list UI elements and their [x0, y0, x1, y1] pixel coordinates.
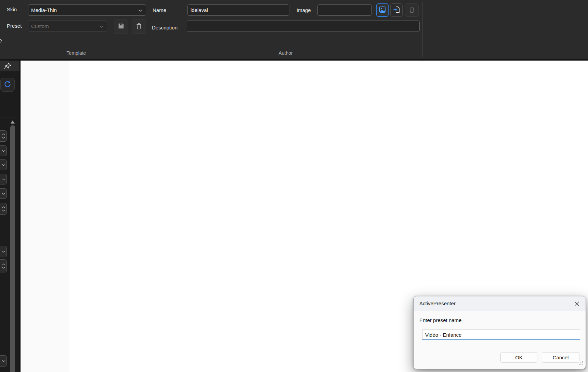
chevron-down-icon [2, 267, 5, 269]
refresh-button[interactable] [0, 78, 15, 92]
ok-button[interactable]: OK [500, 352, 537, 363]
scrollbar-up-arrow[interactable] [11, 120, 15, 124]
group-separator [422, 2, 423, 57]
spinner-updown-button[interactable] [0, 203, 7, 215]
description-label: Description [152, 25, 178, 30]
skin-label: Skin [7, 7, 17, 12]
spinner-updown-button[interactable] [0, 130, 7, 142]
preset-label: Preset [7, 23, 22, 29]
chevron-down-icon [99, 23, 103, 29]
close-x-icon [574, 301, 579, 306]
chevron-down-icon [2, 209, 5, 211]
chevron-down-icon [2, 178, 5, 180]
dropdown-chevron-button[interactable] [0, 188, 7, 199]
dialog-prompt: Enter preset name [419, 317, 461, 323]
dropdown-chevron-button[interactable] [0, 355, 7, 367]
skin-dropdown[interactable]: Media-Thin [28, 4, 146, 16]
group-separator [4, 2, 4, 57]
dropdown-chevron-button[interactable] [0, 174, 7, 184]
resize-grip-icon[interactable] [579, 360, 583, 367]
preset-dropdown-value: Custom [31, 23, 99, 29]
name-input[interactable] [187, 4, 289, 16]
cancel-button[interactable]: Cancel [542, 352, 579, 363]
dropdown-chevron-button[interactable] [0, 159, 7, 170]
spinner-updown-button[interactable] [0, 259, 7, 272]
preset-dropdown[interactable]: Custom [28, 21, 107, 32]
chevron-down-icon [2, 150, 5, 152]
dropdown-chevron-button[interactable] [0, 145, 7, 156]
template-group-caption: Template [4, 50, 149, 56]
skin-dropdown-value: Media-Thin [31, 7, 138, 13]
author-group-caption: Author [149, 50, 422, 56]
pushpin-icon [4, 62, 12, 72]
dialog-separator [419, 346, 580, 346]
delete-image-button[interactable] [405, 3, 419, 17]
chevron-up-icon [2, 206, 5, 208]
pin-strip[interactable] [0, 61, 19, 71]
preset-name-dialog: ActivePresenter Enter preset name OK Can… [413, 296, 586, 369]
chevron-down-icon [2, 164, 5, 166]
scrollbar-thumb[interactable] [10, 125, 15, 372]
file-import-icon [393, 6, 400, 15]
picture-icon [379, 6, 386, 15]
clipped-label-fragment: e [0, 38, 2, 44]
empty-panel-column [21, 61, 69, 372]
name-label: Name [153, 7, 166, 13]
floppy-disk-icon [117, 22, 125, 31]
import-image-button[interactable] [390, 3, 403, 17]
refresh-icon [3, 80, 12, 90]
preset-name-input[interactable] [422, 330, 580, 340]
pick-image-button[interactable] [376, 3, 389, 17]
chevron-up-icon [2, 133, 5, 136]
dialog-titlebar[interactable]: ActivePresenter [414, 296, 586, 311]
chevron-down-icon [2, 137, 5, 139]
dialog-close-button[interactable] [572, 299, 582, 308]
image-label: Image [297, 7, 311, 13]
delete-preset-button[interactable] [132, 20, 146, 34]
group-separator [149, 2, 149, 57]
dialog-title: ActivePresenter [419, 300, 456, 306]
chevron-down-icon [2, 360, 5, 362]
trash-icon [408, 6, 416, 15]
save-preset-button[interactable] [114, 20, 128, 34]
description-input[interactable] [187, 21, 420, 32]
ribbon: e Skin Media-Thin Preset Custom [0, 0, 588, 61]
chevron-down-icon [2, 251, 5, 253]
sidebar-divider [0, 117, 15, 117]
activepresenter-window: e Skin Media-Thin Preset Custom [0, 0, 588, 372]
trash-icon [135, 22, 143, 31]
image-input[interactable] [317, 4, 372, 16]
chevron-down-icon [138, 7, 142, 13]
chevron-down-icon [2, 193, 5, 195]
chevron-up-icon [2, 264, 5, 266]
dropdown-chevron-button[interactable] [0, 246, 7, 257]
left-sidebar [0, 61, 21, 372]
